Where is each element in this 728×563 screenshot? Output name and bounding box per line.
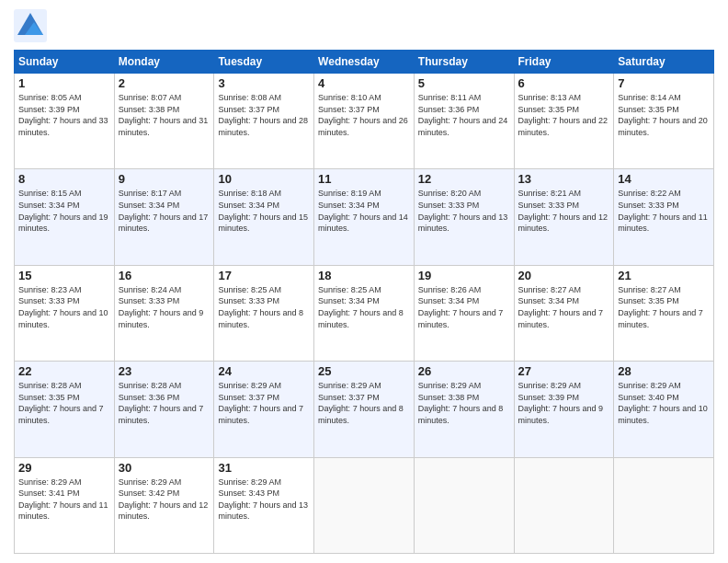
- day-info: Sunrise: 8:15 AMSunset: 3:34 PMDaylight:…: [18, 188, 110, 234]
- calendar-cell: 1Sunrise: 8:05 AMSunset: 3:39 PMDaylight…: [15, 74, 115, 169]
- day-info: Sunrise: 8:28 AMSunset: 3:35 PMDaylight:…: [18, 380, 110, 426]
- day-number: 6: [518, 76, 610, 90]
- day-info: Sunrise: 8:14 AMSunset: 3:35 PMDaylight:…: [618, 92, 710, 138]
- logo-icon: [14, 9, 47, 42]
- day-info: Sunrise: 8:26 AMSunset: 3:34 PMDaylight:…: [418, 284, 510, 330]
- calendar-week-2: 8Sunrise: 8:15 AMSunset: 3:34 PMDaylight…: [15, 169, 714, 265]
- calendar-cell: [514, 457, 614, 553]
- calendar-cell: 13Sunrise: 8:21 AMSunset: 3:33 PMDayligh…: [514, 169, 614, 265]
- day-info: Sunrise: 8:24 AMSunset: 3:33 PMDaylight:…: [119, 284, 210, 330]
- day-number: 11: [318, 172, 410, 186]
- weekday-header-row: SundayMondayTuesdayWednesdayThursdayFrid…: [15, 51, 714, 74]
- day-number: 23: [119, 364, 210, 378]
- day-number: 5: [418, 76, 510, 90]
- day-info: Sunrise: 8:10 AMSunset: 3:37 PMDaylight:…: [318, 92, 410, 138]
- calendar-cell: 16Sunrise: 8:24 AMSunset: 3:33 PMDayligh…: [114, 265, 214, 361]
- day-info: Sunrise: 8:22 AMSunset: 3:33 PMDaylight:…: [618, 188, 710, 234]
- calendar-cell: 28Sunrise: 8:29 AMSunset: 3:40 PMDayligh…: [614, 362, 714, 457]
- calendar-week-3: 15Sunrise: 8:23 AMSunset: 3:33 PMDayligh…: [15, 265, 714, 361]
- day-number: 1: [18, 76, 110, 90]
- day-number: 12: [418, 172, 510, 186]
- day-info: Sunrise: 8:28 AMSunset: 3:36 PMDaylight:…: [119, 380, 210, 426]
- day-info: Sunrise: 8:29 AMSunset: 3:37 PMDaylight:…: [318, 380, 410, 426]
- day-number: 9: [119, 172, 210, 186]
- calendar-cell: 30Sunrise: 8:29 AMSunset: 3:42 PMDayligh…: [114, 457, 214, 553]
- calendar-cell: 26Sunrise: 8:29 AMSunset: 3:38 PMDayligh…: [414, 362, 514, 457]
- calendar-cell: 2Sunrise: 8:07 AMSunset: 3:38 PMDaylight…: [114, 74, 214, 169]
- day-number: 8: [18, 172, 110, 186]
- calendar-cell: 22Sunrise: 8:28 AMSunset: 3:35 PMDayligh…: [15, 362, 115, 457]
- day-number: 3: [218, 76, 310, 90]
- calendar-cell: 27Sunrise: 8:29 AMSunset: 3:39 PMDayligh…: [514, 362, 614, 457]
- calendar-cell: 14Sunrise: 8:22 AMSunset: 3:33 PMDayligh…: [614, 169, 714, 265]
- day-info: Sunrise: 8:13 AMSunset: 3:35 PMDaylight:…: [518, 92, 610, 138]
- day-number: 28: [618, 364, 710, 378]
- day-info: Sunrise: 8:07 AMSunset: 3:38 PMDaylight:…: [119, 92, 210, 138]
- day-info: Sunrise: 8:05 AMSunset: 3:39 PMDaylight:…: [18, 92, 110, 138]
- day-info: Sunrise: 8:23 AMSunset: 3:33 PMDaylight:…: [18, 284, 110, 330]
- calendar-cell: 24Sunrise: 8:29 AMSunset: 3:37 PMDayligh…: [214, 362, 314, 457]
- calendar-table: SundayMondayTuesdayWednesdayThursdayFrid…: [14, 50, 714, 554]
- calendar-cell: 18Sunrise: 8:25 AMSunset: 3:34 PMDayligh…: [314, 265, 415, 361]
- day-number: 29: [18, 461, 110, 475]
- day-number: 2: [119, 76, 210, 90]
- calendar-cell: 10Sunrise: 8:18 AMSunset: 3:34 PMDayligh…: [214, 169, 314, 265]
- calendar-cell: 15Sunrise: 8:23 AMSunset: 3:33 PMDayligh…: [15, 265, 115, 361]
- calendar-cell: 17Sunrise: 8:25 AMSunset: 3:33 PMDayligh…: [214, 265, 314, 361]
- weekday-header-wednesday: Wednesday: [314, 51, 415, 74]
- day-info: Sunrise: 8:29 AMSunset: 3:41 PMDaylight:…: [18, 477, 110, 523]
- day-number: 19: [418, 269, 510, 282]
- day-number: 17: [218, 269, 310, 282]
- day-info: Sunrise: 8:29 AMSunset: 3:43 PMDaylight:…: [218, 477, 310, 523]
- logo: [14, 9, 52, 42]
- calendar-cell: 12Sunrise: 8:20 AMSunset: 3:33 PMDayligh…: [414, 169, 514, 265]
- calendar-cell: 23Sunrise: 8:28 AMSunset: 3:36 PMDayligh…: [114, 362, 214, 457]
- calendar-cell: 11Sunrise: 8:19 AMSunset: 3:34 PMDayligh…: [314, 169, 415, 265]
- calendar-week-4: 22Sunrise: 8:28 AMSunset: 3:35 PMDayligh…: [15, 362, 714, 457]
- day-number: 31: [218, 461, 310, 475]
- day-number: 14: [618, 172, 710, 186]
- calendar-cell: [414, 457, 514, 553]
- weekday-header-friday: Friday: [514, 51, 614, 74]
- day-number: 15: [18, 269, 110, 282]
- day-info: Sunrise: 8:27 AMSunset: 3:35 PMDaylight:…: [618, 284, 710, 330]
- day-number: 21: [618, 269, 710, 282]
- calendar-cell: 25Sunrise: 8:29 AMSunset: 3:37 PMDayligh…: [314, 362, 415, 457]
- header: [14, 9, 714, 42]
- day-info: Sunrise: 8:29 AMSunset: 3:38 PMDaylight:…: [418, 380, 510, 426]
- calendar-cell: 31Sunrise: 8:29 AMSunset: 3:43 PMDayligh…: [214, 457, 314, 553]
- day-info: Sunrise: 8:21 AMSunset: 3:33 PMDaylight:…: [518, 188, 610, 234]
- calendar-week-5: 29Sunrise: 8:29 AMSunset: 3:41 PMDayligh…: [15, 457, 714, 553]
- day-info: Sunrise: 8:29 AMSunset: 3:42 PMDaylight:…: [119, 477, 210, 523]
- weekday-header-saturday: Saturday: [614, 51, 714, 74]
- calendar-cell: [614, 457, 714, 553]
- calendar-cell: 3Sunrise: 8:08 AMSunset: 3:37 PMDaylight…: [214, 74, 314, 169]
- calendar-cell: 9Sunrise: 8:17 AMSunset: 3:34 PMDaylight…: [114, 169, 214, 265]
- day-number: 25: [318, 364, 410, 378]
- calendar-cell: 21Sunrise: 8:27 AMSunset: 3:35 PMDayligh…: [614, 265, 714, 361]
- weekday-header-monday: Monday: [114, 51, 214, 74]
- day-info: Sunrise: 8:25 AMSunset: 3:33 PMDaylight:…: [218, 284, 310, 330]
- calendar-week-1: 1Sunrise: 8:05 AMSunset: 3:39 PMDaylight…: [15, 74, 714, 169]
- day-number: 18: [318, 269, 410, 282]
- weekday-header-tuesday: Tuesday: [214, 51, 314, 74]
- day-info: Sunrise: 8:25 AMSunset: 3:34 PMDaylight:…: [318, 284, 410, 330]
- day-info: Sunrise: 8:08 AMSunset: 3:37 PMDaylight:…: [218, 92, 310, 138]
- day-number: 20: [518, 269, 610, 282]
- calendar-cell: [314, 457, 415, 553]
- day-info: Sunrise: 8:19 AMSunset: 3:34 PMDaylight:…: [318, 188, 410, 234]
- calendar-cell: 20Sunrise: 8:27 AMSunset: 3:34 PMDayligh…: [514, 265, 614, 361]
- day-number: 16: [119, 269, 210, 282]
- weekday-header-thursday: Thursday: [414, 51, 514, 74]
- day-info: Sunrise: 8:11 AMSunset: 3:36 PMDaylight:…: [418, 92, 510, 138]
- day-number: 10: [218, 172, 310, 186]
- calendar-cell: 4Sunrise: 8:10 AMSunset: 3:37 PMDaylight…: [314, 74, 415, 169]
- calendar-cell: 6Sunrise: 8:13 AMSunset: 3:35 PMDaylight…: [514, 74, 614, 169]
- day-number: 7: [618, 76, 710, 90]
- page: SundayMondayTuesdayWednesdayThursdayFrid…: [0, 0, 728, 563]
- day-number: 13: [518, 172, 610, 186]
- day-info: Sunrise: 8:29 AMSunset: 3:40 PMDaylight:…: [618, 380, 710, 426]
- weekday-header-sunday: Sunday: [15, 51, 115, 74]
- day-info: Sunrise: 8:18 AMSunset: 3:34 PMDaylight:…: [218, 188, 310, 234]
- day-info: Sunrise: 8:20 AMSunset: 3:33 PMDaylight:…: [418, 188, 510, 234]
